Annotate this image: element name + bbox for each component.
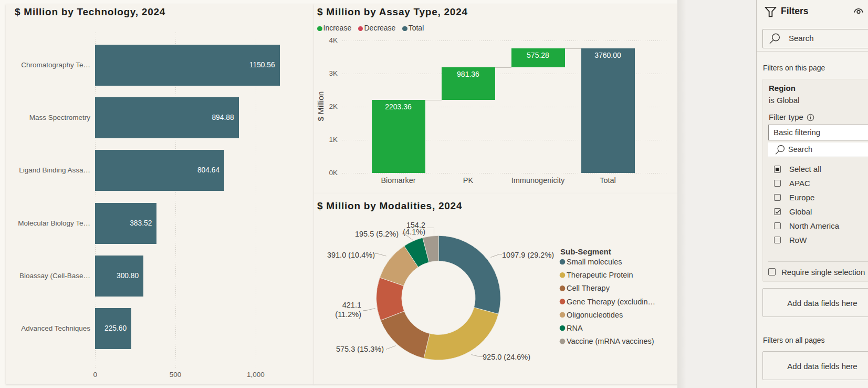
- svg-text:Vaccine (mRNA vaccines): Vaccine (mRNA vaccines): [567, 337, 654, 345]
- svg-text:Small molecules: Small molecules: [567, 258, 622, 266]
- svg-text:391.0 (10.4%): 391.0 (10.4%): [327, 251, 375, 259]
- svg-text:925.0 (24.6%): 925.0 (24.6%): [483, 353, 530, 361]
- svg-text:RNA: RNA: [567, 324, 583, 332]
- svg-text:(11.2%): (11.2%): [335, 310, 361, 319]
- svg-text:(4.1%): (4.1%): [403, 228, 425, 236]
- svg-text:Gene Therapy (excludin…: Gene Therapy (excludin…: [567, 298, 655, 306]
- svg-text:421.1: 421.1: [342, 301, 361, 309]
- svg-text:195.5 (5.2%): 195.5 (5.2%): [355, 230, 399, 238]
- svg-text:575.3 (15.3%): 575.3 (15.3%): [336, 345, 384, 353]
- svg-text:Cell Therapy: Cell Therapy: [567, 284, 610, 292]
- svg-text:Therapeutic Protein: Therapeutic Protein: [567, 271, 633, 279]
- svg-text:1097.9 (29.2%): 1097.9 (29.2%): [502, 251, 554, 259]
- svg-text:Sub-Segment: Sub-Segment: [560, 247, 611, 256]
- svg-text:Oligonucleotides: Oligonucleotides: [567, 311, 623, 319]
